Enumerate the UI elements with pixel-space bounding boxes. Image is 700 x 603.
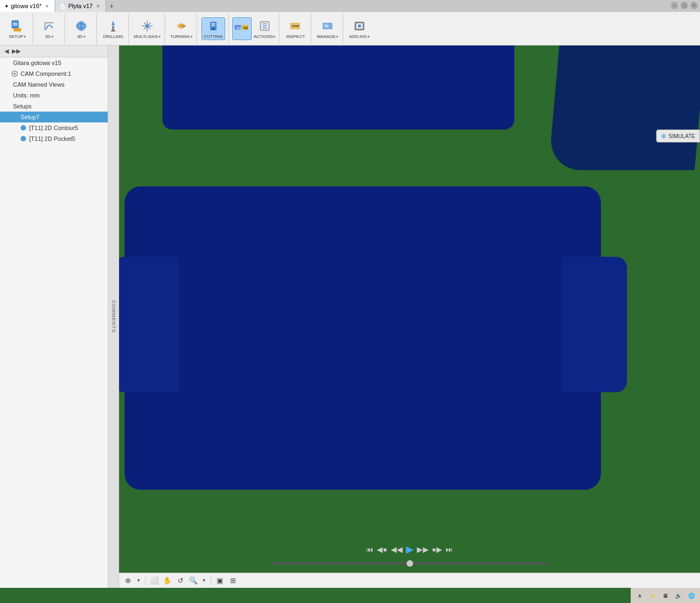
comments-panel[interactable]: COMMENTS (108, 46, 119, 588)
toolbar-group-multiaxis: MULTI-AXIS ▾ (130, 13, 165, 44)
fast-forward-button[interactable]: ▶▶ (417, 545, 429, 554)
titlebar-close[interactable]: × (690, 2, 698, 9)
turning-button[interactable]: TURNING ▾ (169, 17, 193, 40)
rewind-button[interactable]: ◀◀ (391, 545, 403, 554)
tab-plyta[interactable]: 📄 Płyta v17 × (55, 0, 106, 12)
toolbar-group-inspect: INSPECT (280, 13, 311, 44)
titlebar: ✦ gitowa v16* × 📄 Płyta v17 × + − □ × (0, 0, 700, 12)
toolbar-group-actions: G1 G2 ACTIONS ▾ (230, 13, 279, 44)
sidebar-item-gitara[interactable]: Gitara gotowa v15 (0, 57, 108, 68)
svg-point-32 (14, 73, 16, 75)
tray-monitor-icon: 🖥 (661, 591, 670, 600)
tab-plyta-label: Płyta v17 (68, 3, 93, 9)
main-toolbar: SETUP ▾ 2D ▾ (0, 12, 700, 46)
tab-gitara-close[interactable]: × (44, 3, 50, 9)
sidebar-item-units-label: Units: mm (13, 92, 40, 99)
turning-label: TURNING ▾ (170, 35, 192, 39)
toolbar-divider-2 (211, 576, 211, 585)
sidebar-item-setups[interactable]: Setups (0, 101, 108, 112)
tab-add-button[interactable]: + (106, 1, 117, 11)
play-button[interactable]: ▶ (406, 543, 414, 555)
cutting-button[interactable]: CUTTING (201, 17, 225, 40)
svg-text:G2: G2 (243, 25, 248, 29)
toolbar-divider-1 (145, 576, 146, 585)
zoom-button[interactable]: 🔍 (188, 575, 199, 586)
zoom-icon: 🔍 (189, 576, 198, 585)
toolbar-group-3d: 3D ▾ (66, 13, 97, 44)
shape-right-horn (562, 257, 627, 392)
sidebar-item-cam-label: CAM Component:1 (21, 70, 71, 77)
prev-frame-button[interactable]: ◀● (377, 545, 387, 554)
sidebar-item-namedviews[interactable]: CAM Named Views (0, 79, 108, 90)
actions-icon (257, 18, 272, 34)
sidebar-item-pocket5[interactable]: [T11] 2D Pocket5 (0, 133, 108, 144)
animation-controls: ⏮ ◀● ◀◀ ▶ ▶▶ ●▶ ⏭ (366, 543, 453, 555)
turning-icon (174, 18, 189, 34)
namedviews-icon (3, 81, 11, 88)
g1g2-button[interactable]: G1 G2 (232, 17, 252, 40)
titlebar-minimize[interactable]: − (671, 2, 678, 9)
multiaxis-button[interactable]: MULTI-AXIS ▾ (133, 17, 161, 40)
sidebar-collapse-btn[interactable]: ◀ (2, 47, 11, 56)
skip-end-button[interactable]: ⏭ (446, 545, 453, 554)
inspect-icon (288, 18, 303, 34)
inspect-button[interactable]: INSPECT (284, 17, 308, 40)
pan-icon: ✋ (163, 576, 172, 585)
setup7-icon (11, 113, 18, 121)
rewind-icon: ◀◀ (391, 545, 403, 554)
next-frame-button[interactable]: ●▶ (432, 545, 442, 554)
fast-forward-icon: ▶▶ (417, 545, 429, 554)
units-icon (3, 92, 11, 99)
setup-button[interactable]: SETUP ▾ (5, 17, 29, 40)
3d-button[interactable]: 3D ▾ (69, 17, 93, 40)
sidebar-item-setups-label: Setups (13, 103, 31, 109)
2d-button[interactable]: 2D ▾ (37, 17, 61, 40)
titlebar-maximize[interactable]: □ (681, 2, 688, 9)
addins-icon (352, 18, 367, 34)
inspect-label: INSPECT (286, 35, 305, 39)
sidebar-item-contour5-label: [T11] 2D Contour5 (29, 125, 78, 131)
svg-marker-7 (112, 21, 115, 26)
select-tool-button[interactable]: ⊕ (122, 575, 133, 586)
toolbar-group-2d: 2D ▾ (34, 13, 65, 44)
2d-label: 2D ▾ (45, 35, 53, 39)
display-button[interactable]: ⬜ (149, 575, 160, 586)
progress-thumb[interactable] (407, 560, 413, 567)
drilling-label: DRILLING (103, 35, 123, 39)
skip-start-button[interactable]: ⏮ (366, 545, 374, 554)
view-icon: ▣ (217, 576, 223, 585)
orbit-button[interactable]: ↺ (175, 575, 186, 586)
toolbar-group-addins: ADD-INS ▾ (344, 13, 375, 44)
shape-main-body (125, 186, 601, 490)
sidebar-item-setup7[interactable]: Setup7 (0, 112, 108, 122)
sidebar-expand-btn[interactable]: ▶▶ (12, 47, 21, 56)
sidebar-toolbar: ◀ ▶▶ (0, 46, 108, 57)
toolbar-group-cutting: CUTTING (198, 13, 229, 44)
simulate-button[interactable]: ⊕ SIMULATE (656, 129, 700, 142)
tab-plyta-close[interactable]: × (95, 3, 101, 9)
tab-gitara[interactable]: ✦ gitowa v16* × (0, 0, 55, 12)
actions-button[interactable]: ACTIONS ▾ (253, 17, 277, 40)
shape-top (162, 46, 514, 129)
grid-icon: ⊞ (230, 576, 236, 585)
sidebar-item-cam[interactable]: CAM Component:1 (0, 68, 108, 79)
3d-label: 3D ▾ (77, 35, 85, 39)
pan-button[interactable]: ✋ (162, 575, 173, 586)
grid-button[interactable]: ⊞ (227, 575, 238, 586)
tray-star-icon: ★ (648, 591, 657, 600)
manage-button[interactable]: % MANAGE ▾ (316, 17, 339, 40)
view-button[interactable]: ▣ (214, 575, 225, 586)
svg-text:%: % (324, 23, 329, 29)
progress-bar[interactable] (271, 562, 548, 565)
viewport[interactable]: ⊕ SIMULATE ⏮ ◀● ◀◀ ▶ ▶▶ ●▶ ⏭ (119, 46, 700, 588)
sidebar-item-contour5[interactable]: [T11] 2D Contour5 (0, 122, 108, 133)
manage-icon: % (320, 18, 335, 34)
next-frame-icon: ●▶ (432, 545, 442, 554)
shape-corner (548, 46, 700, 170)
progress-track (271, 562, 548, 565)
drilling-button[interactable]: DRILLING (101, 17, 125, 40)
select-dropdown-button[interactable]: ▼ (135, 575, 142, 586)
addins-button[interactable]: ADD-INS ▾ (348, 17, 371, 40)
sidebar-item-units[interactable]: Units: mm (0, 90, 108, 101)
zoom-dropdown-button[interactable]: ▼ (201, 575, 207, 586)
